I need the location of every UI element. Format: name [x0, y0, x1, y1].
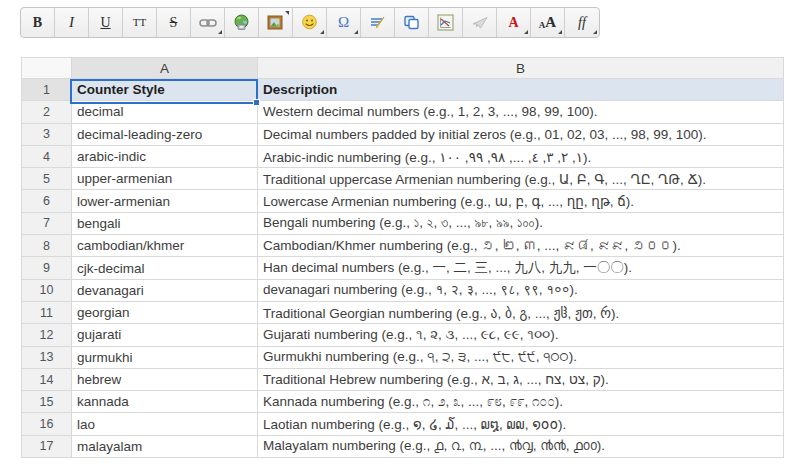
table-row: 2decimalWestern decimal numbers (e.g., 1… [22, 101, 784, 123]
row-number-17[interactable]: 17 [22, 435, 72, 457]
strikethrough-icon: S [170, 16, 178, 30]
row-number-16[interactable]: 16 [22, 413, 72, 435]
cell-a11[interactable]: georgian [72, 301, 258, 323]
row-number-14[interactable]: 14 [22, 368, 72, 390]
select-all-corner[interactable] [22, 58, 72, 79]
table-row: 14hebrewTraditional Hebrew numbering (e.… [22, 368, 784, 390]
cell-b17[interactable]: Malayalam numbering (e.g., ൧, ൨, ൩, ...,… [258, 435, 784, 457]
dropdown-indicator [320, 30, 324, 34]
cell-a10[interactable]: devanagari [72, 279, 258, 301]
dropdown-indicator [558, 30, 562, 34]
cell-b8[interactable]: Cambodian/Khmer numbering (e.g., ១, ២, ៣… [258, 235, 784, 257]
teletype-icon: TT [133, 17, 146, 28]
row-number-2[interactable]: 2 [22, 101, 72, 123]
cell-b12[interactable]: Gujarati numbering (e.g., ૧, ૨, ૩, ..., … [258, 324, 784, 346]
dropdown-indicator [285, 11, 289, 15]
table-row: 15kannadaKannada numbering (e.g., ೧, ೨, … [22, 391, 784, 413]
cell-a12[interactable]: gujarati [72, 324, 258, 346]
column-header-b[interactable]: B [258, 58, 784, 79]
cell-a13[interactable]: gurmukhi [72, 346, 258, 368]
cell-b3[interactable]: Decimal numbers padded by initial zeros … [258, 123, 784, 145]
cell-a16[interactable]: lao [72, 413, 258, 435]
copy-icon [403, 14, 420, 31]
cell-a15[interactable]: kannada [72, 391, 258, 413]
cell-b14[interactable]: Traditional Hebrew numbering (e.g., א,‎ … [258, 368, 784, 390]
table-row: 8cambodian/khmerCambodian/Khmer numberin… [22, 235, 784, 257]
row-number-3[interactable]: 3 [22, 123, 72, 145]
sheet-rows: 1Counter StyleDescription2decimalWestern… [22, 79, 784, 458]
font-family-button[interactable]: ff [565, 8, 599, 37]
table-row: 7bengaliBengali numbering (e.g., ১, ২, ৩… [22, 212, 784, 234]
italic-button[interactable]: I [55, 8, 89, 37]
copy-button[interactable] [395, 8, 429, 37]
table-row: 11georgianTraditional Georgian numbering… [22, 301, 784, 323]
dropdown-indicator [524, 30, 528, 34]
cell-a14[interactable]: hebrew [72, 368, 258, 390]
special-character-button[interactable]: Ω [327, 8, 361, 37]
cell-b13[interactable]: Gurmukhi numbering (e.g., ੧, ੨, ੩, ..., … [258, 346, 784, 368]
cell-a9[interactable]: cjk-decimal [72, 257, 258, 279]
cell-a4[interactable]: arabic-indic [72, 145, 258, 167]
underline-icon: U [100, 16, 110, 30]
row-number-10[interactable]: 10 [22, 279, 72, 301]
formatting-toolbar: B I U TT S [20, 7, 600, 38]
cell-a8[interactable]: cambodian/khmer [72, 235, 258, 257]
column-header-row: A B [22, 58, 784, 79]
insert-link-button[interactable] [191, 8, 225, 37]
cell-a17[interactable]: malayalam [72, 435, 258, 457]
cell-b1[interactable]: Description [258, 79, 784, 101]
cell-b2[interactable]: Western decimal numbers (e.g., 1, 2, 3, … [258, 101, 784, 123]
row-number-9[interactable]: 9 [22, 257, 72, 279]
insert-smiley-button[interactable] [293, 8, 327, 37]
cell-b7[interactable]: Bengali numbering (e.g., ১, ২, ৩, ..., ৯… [258, 212, 784, 234]
cell-a2[interactable]: decimal [72, 101, 258, 123]
font-size-button[interactable]: A A [531, 8, 565, 37]
cell-b10[interactable]: devanagari numbering (e.g., १, २, ३, ...… [258, 279, 784, 301]
cell-a7[interactable]: bengali [72, 212, 258, 234]
column-header-a[interactable]: A [72, 58, 258, 79]
cell-b5[interactable]: Traditional uppercase Armenian numbering… [258, 168, 784, 190]
send-button[interactable] [463, 8, 497, 37]
insert-web-image-button[interactable] [225, 8, 259, 37]
cell-a3[interactable]: decimal-leading-zero [72, 123, 258, 145]
row-number-7[interactable]: 7 [22, 212, 72, 234]
cell-b11[interactable]: Traditional Georgian numbering (e.g., ა,… [258, 301, 784, 323]
strikethrough-button[interactable]: S [157, 8, 191, 37]
cell-b9[interactable]: Han decimal numbers (e.g., 一, 二, 三, ...,… [258, 257, 784, 279]
row-number-8[interactable]: 8 [22, 235, 72, 257]
table-row: 3decimal-leading-zeroDecimal numbers pad… [22, 123, 784, 145]
table-row: 17malayalamMalayalam numbering (e.g., ൧,… [22, 435, 784, 457]
paper-plane-icon [471, 15, 489, 30]
font-color-button[interactable]: A [497, 8, 531, 37]
teletype-button[interactable]: TT [123, 8, 157, 37]
globe-icon [233, 14, 250, 31]
smiley-icon [301, 14, 318, 31]
bold-button[interactable]: B [21, 8, 55, 37]
cell-b6[interactable]: Lowercase Armenian numbering (e.g., ա, բ… [258, 190, 784, 212]
bold-icon: B [33, 16, 42, 30]
cell-b16[interactable]: Laotian numbering (e.g., ໑, ໒, ໓, ..., ໙… [258, 413, 784, 435]
dropdown-indicator [218, 30, 222, 34]
row-number-4[interactable]: 4 [22, 145, 72, 167]
format-text-button[interactable] [361, 8, 395, 37]
spreadsheet-grid: A B 1Counter StyleDescription2decimalWes… [21, 57, 784, 458]
cell-b4[interactable]: Arabic-indic numbering (e.g., ١, ٢, ٣, ٤… [258, 145, 784, 167]
insert-chart-button[interactable] [429, 8, 463, 37]
row-number-6[interactable]: 6 [22, 190, 72, 212]
cell-b15[interactable]: Kannada numbering (e.g., ೧, ೨, ೩, ..., ೯… [258, 391, 784, 413]
row-number-1[interactable]: 1 [22, 79, 72, 101]
underline-button[interactable]: U [89, 8, 123, 37]
row-number-15[interactable]: 15 [22, 391, 72, 413]
cell-a6[interactable]: lower-armenian [72, 190, 258, 212]
table-row: 10devanagaridevanagari numbering (e.g., … [22, 279, 784, 301]
row-number-5[interactable]: 5 [22, 168, 72, 190]
table-row: 4arabic-indicArabic-indic numbering (e.g… [22, 145, 784, 167]
cell-a1[interactable]: Counter Style [72, 79, 258, 101]
insert-image-button[interactable] [259, 8, 293, 37]
pen-lines-icon [369, 15, 386, 30]
table-row: 9cjk-decimalHan decimal numbers (e.g., 一… [22, 257, 784, 279]
cell-a5[interactable]: upper-armenian [72, 168, 258, 190]
row-number-12[interactable]: 12 [22, 324, 72, 346]
row-number-11[interactable]: 11 [22, 301, 72, 323]
row-number-13[interactable]: 13 [22, 346, 72, 368]
